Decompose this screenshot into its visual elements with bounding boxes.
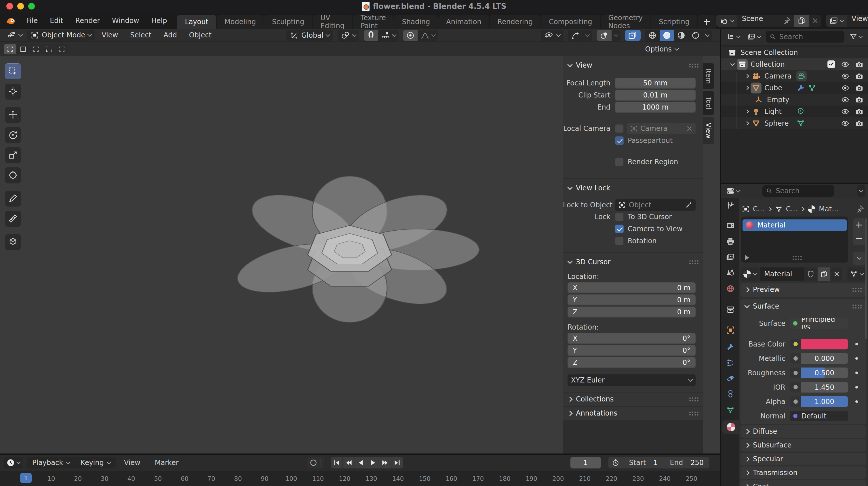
- flower-model[interactable]: [214, 158, 485, 336]
- outliner-filter-dropdown[interactable]: [847, 31, 865, 42]
- breadcrumb-material[interactable]: Mat...: [819, 205, 838, 213]
- outliner-search-input[interactable]: [779, 33, 840, 41]
- properties-search-input[interactable]: [776, 187, 830, 195]
- jump-to-start-button[interactable]: [331, 457, 342, 468]
- camera-data-icon[interactable]: [796, 71, 807, 82]
- animate-dot[interactable]: [855, 343, 858, 345]
- add-slot-button[interactable]: [853, 218, 865, 232]
- view-panel-collapse[interactable]: [567, 62, 572, 67]
- sidebar-tab-tool[interactable]: Tool: [703, 91, 714, 115]
- tab-object[interactable]: [722, 324, 739, 337]
- scene-name-field[interactable]: Scene: [737, 15, 780, 27]
- hide-eye-toggle[interactable]: [841, 72, 849, 80]
- hide-eye-toggle[interactable]: [841, 108, 849, 115]
- render-region-checkbox[interactable]: [615, 158, 624, 166]
- normal-field[interactable]: Default: [790, 411, 848, 421]
- shading-material-button[interactable]: [674, 30, 688, 41]
- tab-collection[interactable]: [722, 303, 739, 316]
- outliner-row-sphere[interactable]: Sphere: [721, 117, 868, 129]
- next-keyframe-button[interactable]: [379, 457, 391, 468]
- tab-sculpting[interactable]: Sculpting: [264, 15, 312, 29]
- breadcrumb-object[interactable]: C...: [753, 205, 765, 213]
- select-box-tool[interactable]: [5, 64, 21, 79]
- panel-grip-icon[interactable]: [852, 304, 862, 309]
- start-frame-field[interactable]: Start 1: [623, 457, 664, 468]
- measure-tool[interactable]: [5, 211, 21, 226]
- tab-view-layer[interactable]: [722, 251, 739, 264]
- render-visibility-toggle[interactable]: [855, 61, 863, 68]
- scene-copy-button[interactable]: [794, 15, 809, 27]
- viewport-menu-object[interactable]: Object: [184, 31, 217, 39]
- tab-texture-paint[interactable]: Texture Paint: [353, 15, 394, 29]
- tab-rendering[interactable]: Rendering: [490, 15, 541, 29]
- tab-constraints[interactable]: [722, 387, 739, 400]
- options-dropdown[interactable]: Options: [641, 44, 682, 54]
- base-color-value[interactable]: [801, 339, 848, 349]
- properties-editor-type-button[interactable]: [724, 185, 742, 197]
- viewport-menu-select[interactable]: Select: [125, 31, 157, 39]
- panel-grip-icon[interactable]: [689, 63, 699, 68]
- viewport-menu-add[interactable]: Add: [158, 31, 182, 39]
- jump-to-end-button[interactable]: [392, 457, 403, 468]
- render-visibility-toggle[interactable]: [855, 72, 863, 80]
- add-workspace-button[interactable]: [698, 15, 716, 29]
- render-visibility-toggle[interactable]: [855, 120, 863, 127]
- pin-icon[interactable]: [857, 205, 864, 213]
- gizmos-toggle[interactable]: [568, 30, 583, 41]
- scale-tool[interactable]: [5, 147, 21, 163]
- menu-render[interactable]: Render: [69, 13, 106, 29]
- ior-field[interactable]: 1.450: [790, 382, 848, 393]
- animate-dot[interactable]: [855, 357, 858, 360]
- cursor-location-z-field[interactable]: Z0 m: [567, 306, 695, 318]
- panel-grip-icon[interactable]: [689, 411, 699, 416]
- cursor-rotation-y-field[interactable]: Y0°: [567, 345, 695, 356]
- tab-physics[interactable]: [722, 372, 739, 385]
- editor-type-button[interactable]: [3, 30, 26, 40]
- mode-dropdown[interactable]: Object Mode: [27, 30, 95, 40]
- render-visibility-toggle[interactable]: [855, 84, 863, 92]
- transmission-panel[interactable]: Transmission: [741, 466, 866, 479]
- transform-tool[interactable]: [5, 167, 21, 183]
- overlays-toggle[interactable]: [597, 30, 612, 41]
- outliner-row-scene-collection[interactable]: Scene Collection: [721, 46, 868, 58]
- roughness-slider[interactable]: 0.500: [790, 367, 848, 378]
- tab-data[interactable]: [722, 404, 739, 417]
- tab-tool[interactable]: [722, 199, 739, 212]
- playback-dropdown[interactable]: Playback: [27, 457, 75, 468]
- zoom-window-button[interactable]: [28, 3, 35, 9]
- local-camera-checkbox[interactable]: [615, 124, 624, 133]
- overlays-dropdown[interactable]: [612, 30, 620, 41]
- tab-world[interactable]: [722, 282, 739, 295]
- annotate-tool[interactable]: [5, 191, 21, 206]
- material-slot-selected[interactable]: Material: [743, 219, 847, 231]
- move-tool[interactable]: [5, 107, 21, 123]
- blender-logo-icon[interactable]: [5, 16, 16, 25]
- timeline-menu-view[interactable]: View: [118, 455, 147, 471]
- lock-to-object-field[interactable]: Object: [615, 199, 695, 211]
- properties-scrollbar[interactable]: [865, 218, 867, 339]
- browse-material-button[interactable]: [741, 267, 760, 281]
- menu-window[interactable]: Window: [106, 13, 145, 29]
- timeline-ruler[interactable]: 1 10203040506070809010011012013014015016…: [0, 471, 720, 486]
- modifier-wrench-icon[interactable]: [796, 84, 805, 92]
- camera-to-view-checkbox[interactable]: [615, 225, 624, 233]
- shading-solid-button[interactable]: [660, 30, 674, 41]
- auto-key-record-button[interactable]: [307, 459, 320, 466]
- tab-scene[interactable]: [722, 266, 739, 279]
- previous-keyframe-button[interactable]: [343, 457, 354, 468]
- transform-orientation-dropdown[interactable]: Global: [286, 30, 333, 41]
- alpha-slider[interactable]: 1.000: [790, 396, 848, 407]
- tab-uv-editing[interactable]: UV Editing: [313, 15, 352, 29]
- passepartout-checkbox[interactable]: [615, 136, 624, 145]
- hide-eye-toggle[interactable]: [841, 120, 849, 127]
- timeline-menu-marker[interactable]: Marker: [149, 455, 185, 471]
- snap-to-dropdown[interactable]: [378, 30, 399, 41]
- breadcrumb-data[interactable]: C...: [786, 205, 798, 213]
- shading-rendered-button[interactable]: [688, 30, 703, 41]
- mesh-data-icon[interactable]: [796, 119, 805, 127]
- play-button[interactable]: [367, 457, 379, 468]
- tab-render[interactable]: [722, 219, 739, 232]
- clear-icon[interactable]: [686, 126, 692, 131]
- hide-eye-toggle[interactable]: [841, 96, 849, 103]
- slot-specials-dropdown[interactable]: [853, 252, 865, 265]
